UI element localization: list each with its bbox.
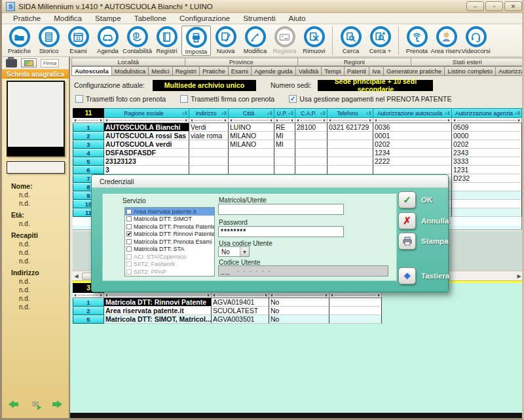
scroll-left-icon[interactable]: ◀ bbox=[72, 272, 81, 280]
row-number[interactable]: 5 bbox=[73, 315, 104, 324]
tab-patenti[interactable]: Patenti bbox=[345, 66, 370, 76]
filter-cell[interactable]: ▼▼ bbox=[328, 118, 373, 123]
row-number[interactable]: 2 bbox=[73, 307, 104, 315]
column-header-6[interactable]: Autorizzazione autoscuola⌕⇕ bbox=[373, 108, 452, 118]
toolbar-button-prenota[interactable]: Prenota bbox=[402, 26, 432, 54]
table-cell[interactable]: 0036 bbox=[373, 123, 452, 132]
filter-sort-icon[interactable]: ⌕⇕ bbox=[515, 111, 520, 116]
table-row[interactable]: 2AUTOSCUOLA rossi Sasviale romaMILANOMI0… bbox=[73, 132, 522, 140]
table-cell[interactable] bbox=[328, 132, 373, 140]
table-cell[interactable]: 28100 bbox=[295, 123, 328, 132]
tab-generatore-pratiche[interactable]: Generatore pratiche bbox=[384, 66, 445, 76]
row-number[interactable]: 3 bbox=[73, 140, 104, 149]
table-cell[interactable]: viale roma bbox=[189, 132, 229, 140]
toolbar-button-imposta[interactable]: Imposta bbox=[181, 26, 211, 56]
table-cell[interactable] bbox=[189, 166, 229, 174]
table-cell[interactable]: SCUOLATEST bbox=[212, 307, 269, 315]
service-checkbox-icon[interactable] bbox=[126, 216, 132, 221]
filter-sort-icon[interactable]: ⌕⇕ bbox=[267, 111, 272, 116]
service-item-area-riservata-patente-it[interactable]: Area riservata patente.it bbox=[125, 208, 214, 216]
filter-cell[interactable]: ▼▼ bbox=[229, 118, 274, 123]
menu-item-tabellone[interactable]: Tabellone bbox=[128, 14, 172, 23]
print-icon[interactable] bbox=[6, 59, 17, 67]
ok-button[interactable]: ✓ OK bbox=[398, 191, 432, 208]
scroll-right-icon[interactable]: ▶ bbox=[515, 272, 523, 280]
toolbar-button-area-riserv-[interactable]: Area riserv. bbox=[432, 26, 461, 54]
table-cell[interactable]: AUTOSCUOLA verdi bbox=[104, 140, 189, 149]
table-cell[interactable]: No bbox=[269, 315, 329, 324]
table-cell[interactable]: No bbox=[269, 298, 329, 307]
table-cell[interactable] bbox=[452, 183, 522, 191]
matricola-input[interactable] bbox=[218, 204, 344, 215]
table-cell[interactable] bbox=[295, 149, 328, 157]
tab-validità[interactable]: Validità bbox=[296, 66, 322, 76]
table-cell[interactable]: Matricola DTT: SIMOT, Matricol... bbox=[104, 315, 212, 324]
menu-item-modifica[interactable]: Modifica bbox=[48, 14, 88, 23]
service-item-matricola-dtt-sta[interactable]: Matricola DTT: STA bbox=[125, 246, 214, 254]
table-cell[interactable] bbox=[328, 149, 373, 157]
toolbar-button-videocorsi[interactable]: Videocorsi bbox=[461, 26, 491, 54]
toolbar-button-pratiche[interactable]: Pratiche bbox=[5, 26, 34, 54]
filter-cell[interactable]: ▼▼ bbox=[452, 118, 522, 123]
send-mail-button[interactable]: ✉ bbox=[32, 399, 39, 409]
table-cell[interactable]: MILANO bbox=[229, 132, 274, 140]
menu-item-stampe[interactable]: Stampe bbox=[89, 14, 127, 23]
maximize-button[interactable]: ▫ bbox=[485, 1, 503, 11]
table-cell[interactable] bbox=[295, 132, 328, 140]
table-cell[interactable]: D232 bbox=[452, 174, 522, 183]
tab-tempi[interactable]: Tempi bbox=[322, 66, 344, 76]
table-cell[interactable]: 0001 bbox=[373, 132, 452, 140]
next-record-button[interactable] bbox=[52, 400, 62, 408]
table-row[interactable]: 3AUTOSCUOLA verdiMILANOMI02020202 bbox=[73, 140, 522, 149]
table-cell[interactable]: 0000 bbox=[452, 132, 522, 140]
table-cell[interactable]: AUTOSCUOLA rossi Sas bbox=[104, 132, 189, 140]
filter-cell[interactable]: ▼▼ bbox=[274, 118, 295, 123]
service-item-matricola-dtt-rinnovi-patente[interactable]: ✔ Matricola DTT: Rinnovi Patente bbox=[125, 231, 214, 239]
table-cell[interactable]: Matricola DTT: Rinnovi Patente bbox=[104, 298, 212, 307]
table-cell[interactable] bbox=[295, 140, 328, 149]
annulla-button[interactable]: ✗ Annulla bbox=[398, 212, 449, 229]
usa-codice-dropdown[interactable]: No ▼ bbox=[218, 246, 250, 257]
table-row[interactable]: 52312312322223333 bbox=[73, 157, 522, 166]
filter-cell[interactable]: ▼▼ bbox=[212, 293, 269, 298]
password-input[interactable] bbox=[218, 226, 344, 237]
filter-cell[interactable]: ▼▼ bbox=[104, 293, 212, 298]
filter-cell[interactable]: ▼▼ bbox=[73, 118, 104, 123]
table-cell[interactable] bbox=[328, 157, 373, 166]
service-checkbox-icon[interactable] bbox=[126, 209, 132, 214]
table-cell[interactable]: 0321 621729 bbox=[328, 123, 373, 132]
service-checkbox-icon[interactable] bbox=[126, 246, 132, 252]
toolbar-button-esami[interactable]: 21 Esami bbox=[64, 26, 93, 54]
row-number[interactable]: 6 bbox=[73, 166, 104, 174]
servizio-listbox[interactable]: Area riservata patente.it Matricola DTT:… bbox=[124, 207, 215, 277]
service-checkbox-icon[interactable]: ✔ bbox=[126, 231, 132, 237]
filter-sort-icon[interactable]: ⌕⇕ bbox=[221, 111, 227, 116]
checkbox-icon[interactable] bbox=[75, 95, 83, 103]
table-cell[interactable]: MI bbox=[274, 140, 295, 149]
table-cell[interactable]: 3 bbox=[104, 166, 189, 174]
table-cell[interactable]: AUTOSCUOLA Bianchi bbox=[104, 123, 189, 132]
close-button[interactable]: ✕ bbox=[504, 1, 522, 11]
table-cell[interactable] bbox=[229, 157, 274, 166]
table-cell[interactable] bbox=[452, 191, 522, 200]
table-cell[interactable]: 2222 bbox=[373, 157, 452, 166]
tab-listino-completo[interactable]: Listino completo bbox=[445, 66, 496, 76]
photo-placeholder[interactable] bbox=[7, 81, 65, 157]
table-cell[interactable]: No bbox=[269, 307, 329, 315]
filter-sort-icon[interactable]: ⌕⇕ bbox=[445, 111, 450, 116]
menu-item-pratiche[interactable]: Pratiche bbox=[7, 14, 47, 23]
tab-group-regioni[interactable]: Regioni bbox=[298, 58, 411, 66]
table-cell[interactable] bbox=[295, 166, 328, 174]
filter-cell[interactable]: ▼▼ bbox=[329, 293, 382, 298]
row-number[interactable]: 5 bbox=[73, 157, 104, 166]
table-cell[interactable]: 23123123 bbox=[104, 157, 189, 166]
menu-item-strumenti[interactable]: Strumenti bbox=[237, 14, 281, 23]
table-row[interactable]: 5Matricola DTT: SIMOT, Matricol...AGVA00… bbox=[73, 315, 382, 324]
tab-group-province[interactable]: Province bbox=[185, 58, 299, 66]
table-cell[interactable]: AGVA003501 bbox=[212, 315, 269, 324]
table-cell[interactable] bbox=[189, 149, 229, 157]
table-cell[interactable]: MILANO bbox=[229, 140, 274, 149]
table-cell[interactable] bbox=[274, 157, 295, 166]
toolbar-button-registri[interactable]: Registri bbox=[152, 26, 181, 54]
tab-registri[interactable]: Registri bbox=[173, 66, 200, 76]
